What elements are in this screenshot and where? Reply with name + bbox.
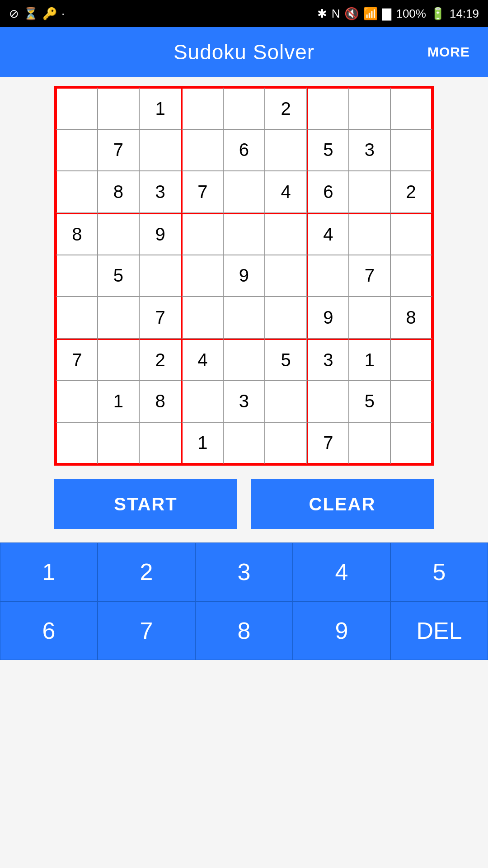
cell[interactable]: 2 xyxy=(265,87,307,129)
cell[interactable]: 3 xyxy=(307,339,349,381)
cell[interactable]: 8 xyxy=(98,171,140,213)
cell[interactable]: 3 xyxy=(349,129,391,171)
cell[interactable]: 7 xyxy=(98,129,140,171)
cell[interactable] xyxy=(265,297,307,339)
cell[interactable]: 1 xyxy=(349,339,391,381)
cell[interactable]: 5 xyxy=(98,255,140,297)
cell[interactable] xyxy=(181,381,223,423)
cell[interactable] xyxy=(349,297,391,339)
cell[interactable] xyxy=(223,422,265,464)
cell[interactable] xyxy=(390,422,432,464)
cell[interactable]: 8 xyxy=(139,381,181,423)
cell[interactable] xyxy=(56,129,98,171)
cell[interactable] xyxy=(223,339,265,381)
cell[interactable] xyxy=(223,297,265,339)
cell[interactable] xyxy=(390,339,432,381)
cell[interactable] xyxy=(139,422,181,464)
cell[interactable] xyxy=(139,255,181,297)
cell[interactable] xyxy=(223,87,265,129)
cell[interactable] xyxy=(265,213,307,255)
cell[interactable]: 2 xyxy=(139,339,181,381)
cell[interactable] xyxy=(390,129,432,171)
cell[interactable] xyxy=(56,381,98,423)
cell[interactable] xyxy=(181,129,223,171)
cell[interactable] xyxy=(307,255,349,297)
cell[interactable] xyxy=(56,297,98,339)
keypad-btn-8[interactable]: 8 xyxy=(195,601,293,660)
cell[interactable]: 5 xyxy=(265,339,307,381)
cell[interactable] xyxy=(307,87,349,129)
keypad-btn-5[interactable]: 5 xyxy=(390,542,488,601)
cell[interactable] xyxy=(349,87,391,129)
cell[interactable]: 7 xyxy=(139,297,181,339)
keypad-row-1: 12345 xyxy=(0,542,488,601)
cell[interactable]: 5 xyxy=(349,381,391,423)
cell[interactable]: 8 xyxy=(56,213,98,255)
cell[interactable] xyxy=(56,171,98,213)
cell[interactable] xyxy=(390,87,432,129)
cell[interactable]: 9 xyxy=(139,213,181,255)
keypad-btn-4[interactable]: 4 xyxy=(293,542,390,601)
cell[interactable] xyxy=(307,381,349,423)
cell[interactable] xyxy=(349,171,391,213)
cell[interactable]: 5 xyxy=(307,129,349,171)
cell[interactable] xyxy=(98,297,140,339)
cell[interactable] xyxy=(349,213,391,255)
cell[interactable] xyxy=(98,422,140,464)
cell[interactable]: 6 xyxy=(223,129,265,171)
nfc-icon: N xyxy=(332,7,340,21)
keypad-btn-7[interactable]: 7 xyxy=(98,601,195,660)
cell[interactable] xyxy=(223,213,265,255)
cell[interactable]: 6 xyxy=(307,171,349,213)
cell[interactable]: 7 xyxy=(181,171,223,213)
cell[interactable]: 7 xyxy=(307,422,349,464)
sudoku-grid[interactable]: 127653837462894597798724531183517 xyxy=(54,86,434,466)
cell[interactable] xyxy=(390,381,432,423)
cell[interactable]: 1 xyxy=(139,87,181,129)
cell[interactable] xyxy=(181,297,223,339)
keypad-btn-3[interactable]: 3 xyxy=(195,542,293,601)
cell[interactable]: 3 xyxy=(223,381,265,423)
cell[interactable]: 9 xyxy=(307,297,349,339)
cell[interactable] xyxy=(390,255,432,297)
cell[interactable]: 7 xyxy=(349,255,391,297)
cell[interactable] xyxy=(56,422,98,464)
keypad-btn-6[interactable]: 6 xyxy=(0,601,98,660)
more-button[interactable]: MORE xyxy=(427,44,470,60)
timer-icon: ⏳ xyxy=(23,7,38,21)
cell[interactable] xyxy=(265,422,307,464)
cell[interactable] xyxy=(223,171,265,213)
cell[interactable] xyxy=(181,87,223,129)
cell[interactable] xyxy=(265,129,307,171)
cell[interactable]: 8 xyxy=(390,297,432,339)
cell[interactable] xyxy=(181,213,223,255)
clear-button[interactable]: CLEAR xyxy=(251,479,434,529)
cell[interactable]: 1 xyxy=(181,422,223,464)
cell[interactable]: 2 xyxy=(390,171,432,213)
keypad-btn-2[interactable]: 2 xyxy=(98,542,195,601)
cell[interactable] xyxy=(265,381,307,423)
cell[interactable]: 3 xyxy=(139,171,181,213)
cell[interactable] xyxy=(265,255,307,297)
cell[interactable] xyxy=(98,339,140,381)
cell[interactable]: 9 xyxy=(223,255,265,297)
keypad-btn-1[interactable]: 1 xyxy=(0,542,98,601)
cell[interactable]: 1 xyxy=(98,381,140,423)
clock: 14:19 xyxy=(450,7,479,21)
cell[interactable] xyxy=(139,129,181,171)
cell[interactable]: 7 xyxy=(56,339,98,381)
start-button[interactable]: START xyxy=(54,479,237,529)
action-buttons: START CLEAR xyxy=(54,479,434,529)
keypad-btn-9[interactable]: 9 xyxy=(293,601,390,660)
keypad-btn-DEL[interactable]: DEL xyxy=(390,601,488,660)
cell[interactable]: 4 xyxy=(307,213,349,255)
cell[interactable] xyxy=(56,87,98,129)
cell[interactable] xyxy=(181,255,223,297)
cell[interactable] xyxy=(56,255,98,297)
cell[interactable]: 4 xyxy=(265,171,307,213)
cell[interactable] xyxy=(390,213,432,255)
cell[interactable] xyxy=(98,213,140,255)
cell[interactable] xyxy=(98,87,140,129)
cell[interactable] xyxy=(349,422,391,464)
cell[interactable]: 4 xyxy=(181,339,223,381)
